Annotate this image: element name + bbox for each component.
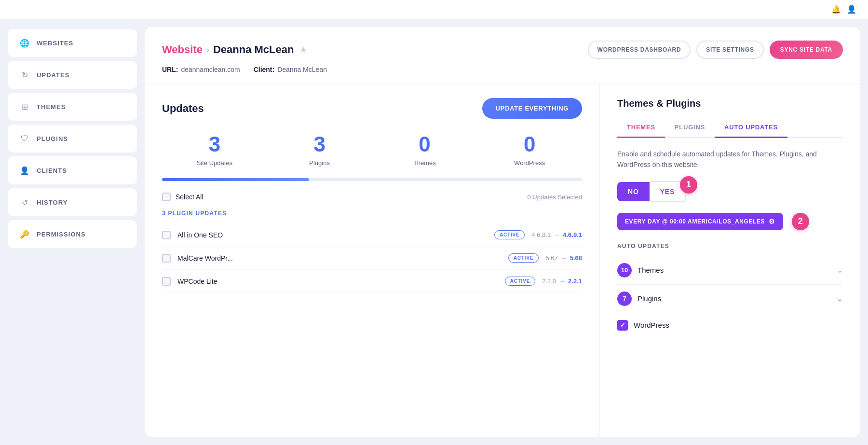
schedule-row: EVERY DAY @ 00:00 AMERICA/LOS_ANGELES ⚙ … xyxy=(617,213,843,230)
plugins-chevron-icon: ⌄ xyxy=(837,294,843,303)
site-settings-button[interactable]: SITE SETTINGS xyxy=(696,41,763,59)
plugin-1-checkbox[interactable] xyxy=(162,231,171,239)
plugin-3-checkbox[interactable] xyxy=(162,277,171,286)
version-arrow-1: → xyxy=(554,231,560,238)
plugin-3-name: WPCode Lite xyxy=(177,278,498,285)
client-value: Deanna McLean xyxy=(277,66,327,73)
plugin-row-2: MalCare WordPr... ACTIVE 5.67 → 5.68 xyxy=(162,247,582,270)
version-arrow-2: → xyxy=(561,254,567,262)
stat-site-updates-label: Site Updates xyxy=(197,159,232,167)
breadcrumb: Website › Deanna McLean ★ xyxy=(162,43,307,56)
updates-header: Updates UPDATE EVERYTHING xyxy=(162,98,582,119)
plugins-count-badge: 7 xyxy=(617,292,632,306)
meta-client: Client: Deanna McLean xyxy=(254,66,327,73)
sidebar-label-clients: CLIENTS xyxy=(37,167,67,174)
stat-themes-number: 0 xyxy=(419,132,430,156)
stat-wordpress-label: WordPress xyxy=(514,159,545,167)
checkmark-icon: ✓ xyxy=(620,321,625,329)
progress-bar-fill xyxy=(162,178,309,181)
themes-plugins-panel: Themes & Plugins THEMES PLUGINS AUTO UPD… xyxy=(600,83,860,437)
themes-chevron-icon: ⌄ xyxy=(837,265,843,275)
content-area: Updates UPDATE EVERYTHING 3 Site Updates… xyxy=(145,83,860,437)
plugin-1-name: All in One SEO xyxy=(177,231,488,239)
top-bar: 🔔 👤 xyxy=(0,0,868,19)
sidebar-label-themes: THEMES xyxy=(37,103,66,111)
plugin-2-checkbox[interactable] xyxy=(162,254,171,263)
plugins-expand-row[interactable]: 7 Plugins ⌄ xyxy=(617,285,843,313)
meta-url: URL: deannamclean.com xyxy=(162,66,240,73)
stat-wordpress: 0 WordPress xyxy=(477,132,582,167)
plugin-row-3: WPCode Lite ACTIVE 2.2.0 → 2.2.1 xyxy=(162,270,582,293)
select-all-left: Select All xyxy=(162,193,203,201)
stat-themes-label: Themes xyxy=(413,159,436,167)
plugin-1-to: 4.6.9.1 xyxy=(563,231,582,238)
tab-themes[interactable]: THEMES xyxy=(617,120,665,138)
themes-expand-row[interactable]: 10 Themes ⌄ xyxy=(617,256,843,285)
sidebar-item-themes[interactable]: ⊞ THEMES xyxy=(8,93,137,121)
select-all-checkbox[interactable] xyxy=(162,193,171,201)
tab-auto-updates[interactable]: AUTO UPDATES xyxy=(715,120,787,138)
select-all-label[interactable]: Select All xyxy=(176,193,203,201)
step-badge-1: 1 xyxy=(680,176,697,194)
sidebar-label-updates: UPDATES xyxy=(37,71,69,79)
sidebar-item-permissions[interactable]: 🔑 PERMISSIONS xyxy=(8,220,137,248)
wordpress-checkbox[interactable]: ✓ xyxy=(617,320,628,331)
plugin-row-1: All in One SEO ACTIVE 4.6.8.1 → 4.6.9.1 xyxy=(162,223,582,247)
sidebar-item-history[interactable]: ↺ HISTORY xyxy=(8,188,137,216)
tabs-row: THEMES PLUGINS AUTO UPDATES xyxy=(617,120,843,138)
plugins-expand-label: Plugins xyxy=(637,294,831,303)
user-icon[interactable]: 👤 xyxy=(847,5,856,14)
globe-icon: 🌐 xyxy=(19,38,30,48)
sidebar-item-websites[interactable]: 🌐 WEBSITES xyxy=(8,29,137,57)
themes-expand-label: Themes xyxy=(637,266,831,274)
header-top: Website › Deanna McLean ★ WORDPRESS DASH… xyxy=(162,41,843,59)
page-header: Website › Deanna McLean ★ WORDPRESS DASH… xyxy=(145,27,860,83)
plugin-3-to: 2.2.1 xyxy=(568,278,582,285)
sidebar-item-plugins[interactable]: 🛡 PLUGINS xyxy=(8,125,137,153)
update-everything-button[interactable]: UPDATE EVERYTHING xyxy=(482,98,582,119)
step-badge-2: 2 xyxy=(792,213,809,230)
plugin-3-badge: ACTIVE xyxy=(505,277,535,286)
tab-plugins[interactable]: PLUGINS xyxy=(665,120,715,138)
plugin-2-badge: ACTIVE xyxy=(508,253,539,263)
breadcrumb-website[interactable]: Website xyxy=(162,43,203,56)
sidebar-label-websites: WEBSITES xyxy=(37,40,73,47)
wordpress-dashboard-button[interactable]: WORDPRESS DASHBOARD xyxy=(588,41,691,59)
stat-plugins-number: 3 xyxy=(313,132,325,156)
sync-site-data-button[interactable]: SYNC SITE DATA xyxy=(770,41,843,59)
stats-row: 3 Site Updates 3 Plugins 0 Themes 0 Word… xyxy=(162,132,582,167)
updates-selected-count: 0 Updates Selected xyxy=(528,194,582,201)
gear-icon[interactable]: ⚙ xyxy=(769,218,775,225)
updates-panel: Updates UPDATE EVERYTHING 3 Site Updates… xyxy=(145,83,600,437)
wordpress-label: WordPress xyxy=(634,321,669,329)
plugins-icon: 🛡 xyxy=(19,133,30,144)
toggle-row: NO YES 1 xyxy=(617,181,843,202)
auto-updates-section-label: AUTO UPDATES xyxy=(617,243,843,250)
favorite-star[interactable]: ★ xyxy=(299,44,307,55)
plugin-3-from: 2.2.0 xyxy=(542,278,556,285)
schedule-badge[interactable]: EVERY DAY @ 00:00 AMERICA/LOS_ANGELES ⚙ xyxy=(617,213,783,230)
stat-themes: 0 Themes xyxy=(372,132,477,167)
history-icon: ↺ xyxy=(19,197,30,208)
updates-icon: ↻ xyxy=(19,70,30,80)
main-content: Website › Deanna McLean ★ WORDPRESS DASH… xyxy=(145,27,860,437)
breadcrumb-separator: › xyxy=(206,45,209,55)
bell-icon[interactable]: 🔔 xyxy=(831,5,841,14)
sidebar: 🌐 WEBSITES ↻ UPDATES ⊞ THEMES 🛡 PLUGINS … xyxy=(0,19,145,445)
updates-title: Updates xyxy=(162,102,204,115)
wordpress-row: ✓ WordPress xyxy=(617,313,843,337)
url-label: URL: xyxy=(162,66,178,73)
stat-plugins-label: Plugins xyxy=(309,159,330,167)
plugin-3-version: 2.2.0 → 2.2.1 xyxy=(542,278,582,285)
client-label: Client: xyxy=(254,66,275,73)
themes-icon: ⊞ xyxy=(19,101,30,112)
sidebar-item-clients[interactable]: 👤 CLIENTS xyxy=(8,156,137,184)
sidebar-label-plugins: PLUGINS xyxy=(37,135,68,142)
plugin-1-from: 4.6.8.1 xyxy=(531,231,551,238)
breadcrumb-title: Deanna McLean xyxy=(213,43,294,56)
sidebar-item-updates[interactable]: ↻ UPDATES xyxy=(8,61,137,89)
stat-wordpress-number: 0 xyxy=(524,132,535,156)
plugin-1-badge: ACTIVE xyxy=(494,230,525,239)
plugin-2-version: 5.67 → 5.68 xyxy=(545,254,582,262)
toggle-no-button[interactable]: NO xyxy=(617,182,650,201)
